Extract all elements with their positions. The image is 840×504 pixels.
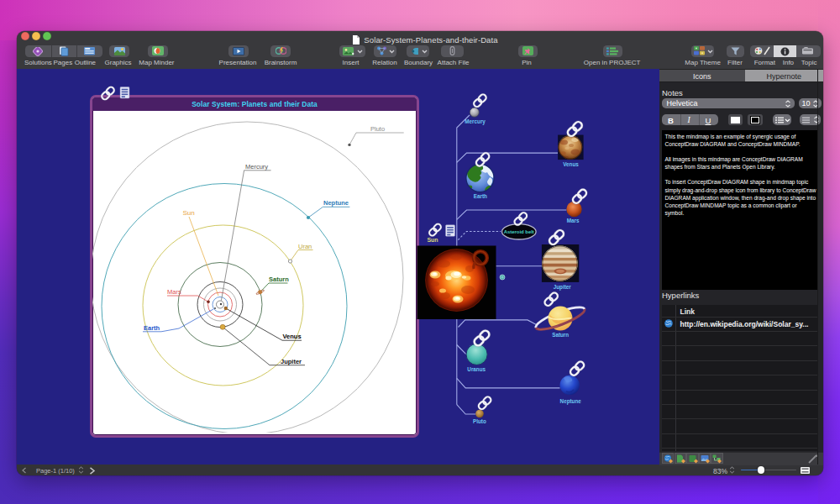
svg-text:Mars: Mars	[567, 218, 580, 223]
svg-text:Mercury: Mercury	[465, 118, 486, 125]
svg-text:Venus: Venus	[563, 161, 579, 167]
svg-text:Uranus: Uranus	[467, 366, 486, 372]
svg-text:Neptune: Neptune	[560, 398, 582, 405]
svg-text:Earth: Earth	[474, 193, 487, 199]
svg-text:Jupiter: Jupiter	[554, 284, 572, 291]
svg-text:Asteroid belt: Asteroid belt	[504, 229, 534, 234]
svg-text:Saturn: Saturn	[552, 332, 569, 338]
svg-text:Sun: Sun	[427, 237, 438, 243]
svg-text:Pluto: Pluto	[473, 418, 486, 424]
